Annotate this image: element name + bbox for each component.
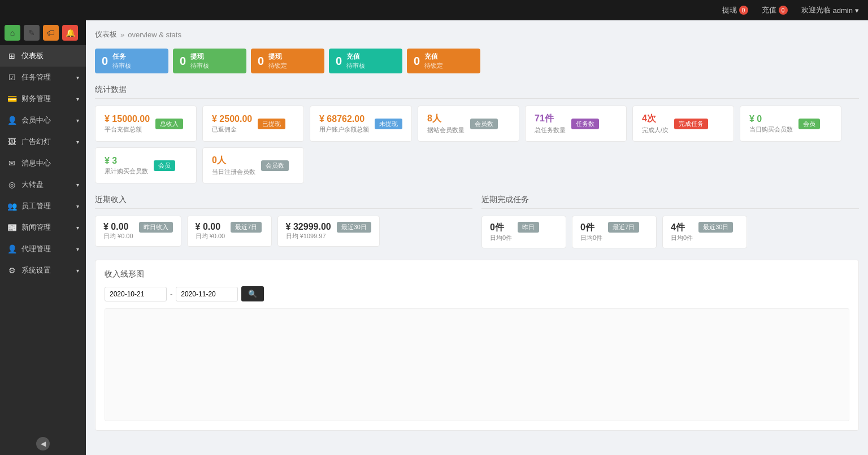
wheel-icon: ◎ <box>7 180 17 189</box>
sidebar-label-message: 消息中心 <box>21 158 51 168</box>
stat-wl-title: 提现 <box>268 52 287 62</box>
stat-rr-sub: 待审核 <box>346 62 365 70</box>
income-yesterday-badge: 昨日收入 <box>139 222 173 233</box>
tasks-label: 总任务数量 <box>535 126 566 134</box>
data-item-members: 8人 据站会员数量 会员数 <box>418 106 519 142</box>
sidebar-item-task-manage[interactable]: ☑ 任务管理 ▾ <box>0 67 86 88</box>
stat-task-title: 任务 <box>112 52 131 62</box>
breadcrumb-sep: » <box>120 30 124 39</box>
sidebar-label-agent: 代理管理 <box>21 244 51 254</box>
dmb-val: ¥ 0 <box>749 114 793 124</box>
tasks-7d-badge: 最近7日 <box>608 222 639 233</box>
bell-icon-btn[interactable]: 🔔 <box>62 25 78 41</box>
withdrawn-label: 已返佣金 <box>212 125 252 134</box>
task-icon: ☑ <box>7 73 17 82</box>
sidebar-item-wheel[interactable]: ◎ 大转盘 ▾ <box>0 174 86 195</box>
balance-val: ¥ 68762.00 <box>319 114 369 124</box>
tasks-7d-sub: 日均0件 <box>580 234 602 242</box>
income-7d-val: ¥ 0.00 <box>196 222 225 232</box>
recharge-badge: 0 <box>779 6 788 15</box>
sidebar-item-ad[interactable]: 🖼 广告幻灯 ▾ <box>0 131 86 152</box>
total-income-badge: 总收入 <box>155 119 183 129</box>
data-item-total-member-buy: ¥ 3 累计购买会员数 会员 <box>95 147 197 183</box>
sidebar-item-dashboard[interactable]: ⊞ 仪表板 <box>0 45 86 67</box>
data-item-daily-register: 0人 当日注册会员数 会员数 <box>202 147 304 183</box>
tasks-30d-badge: 最近30日 <box>698 222 733 233</box>
recent-tasks-col: 近期完成任务 0件 日均0件 昨日 0件 日均0件 <box>481 195 859 248</box>
stat-task-sub: 待审核 <box>112 62 131 70</box>
recent-tasks-title: 近期完成任务 <box>481 195 859 209</box>
chevron-down-icon: ▾ <box>855 6 859 15</box>
data-item-withdrawn: ¥ 2500.00 已返佣金 已提现 <box>202 106 304 142</box>
dashboard-icon: ⊞ <box>7 51 17 60</box>
income-7d-sub: 日均 ¥0.00 <box>196 232 225 240</box>
chevron-icon: ▾ <box>76 75 79 81</box>
chart-title: 收入线形图 <box>105 269 849 279</box>
sidebar-label-finance: 财务管理 <box>21 94 51 104</box>
staff-icon: 👥 <box>7 202 17 211</box>
breadcrumb-home: 仪表板 <box>95 29 117 40</box>
stat-wr-num: 0 <box>180 55 186 68</box>
welcome-text: 欢迎光临 <box>801 5 831 15</box>
sidebar-collapse-button[interactable]: ◀ <box>36 437 50 450</box>
sidebar-item-settings[interactable]: ⚙ 系统设置 ▾ <box>0 260 86 281</box>
tasks-7d-val: 0件 <box>580 222 602 234</box>
user-menu[interactable]: 欢迎光临 admin ▾ <box>801 5 859 15</box>
stat-rr-title: 充值 <box>346 52 365 62</box>
recent-income-col: 近期收入 ¥ 0.00 日均 ¥0.00 昨日收入 ¥ 0.00 日均 ¥0.0… <box>95 195 472 248</box>
stat-wr-title: 提现 <box>190 52 209 62</box>
sidebar-label-staff: 员工管理 <box>21 201 51 211</box>
stat-card-withdraw-review: 0 提现 待审核 <box>173 49 246 73</box>
income-yesterday-val: ¥ 0.00 <box>103 222 133 232</box>
tag-icon-btn[interactable]: 🏷 <box>43 25 59 41</box>
recharge-btn[interactable]: 充值 0 <box>762 5 788 15</box>
sidebar-label-task: 任务管理 <box>21 72 51 82</box>
stat-wl-num: 0 <box>258 55 264 68</box>
data-item-total-income: ¥ 15000.00 平台充值总额 总收入 <box>95 106 197 142</box>
sidebar-item-agent[interactable]: 👤 代理管理 ▾ <box>0 238 86 260</box>
sidebar: ⌂ ✎ 🏷 🔔 ⊞ 仪表板 ☑ 任务管理 ▾ 💳 财务管理 ▾ 👤 会员中心 <box>0 20 86 455</box>
chart-section: 收入线形图 - 🔍 <box>95 260 859 431</box>
income-7days: ¥ 0.00 日均 ¥0.00 最近7日 <box>187 216 272 247</box>
stat-cards-row: 0 任务 待审核 0 提现 待审核 0 提现 待锁定 <box>95 49 859 73</box>
completed-val: 4次 <box>642 113 669 125</box>
sidebar-item-member[interactable]: 👤 会员中心 ▾ <box>0 110 86 131</box>
chevron-icon: ▾ <box>76 268 79 274</box>
withdrawn-val: ¥ 2500.00 <box>212 114 252 124</box>
sidebar-item-message[interactable]: ✉ 消息中心 <box>0 152 86 174</box>
news-icon: 📰 <box>7 223 17 232</box>
recent-income-items: ¥ 0.00 日均 ¥0.00 昨日收入 ¥ 0.00 日均 ¥0.00 最近7… <box>95 216 472 247</box>
sidebar-item-staff[interactable]: 👥 员工管理 ▾ <box>0 195 86 217</box>
tmb-val: ¥ 3 <box>105 156 148 166</box>
recent-income-title: 近期收入 <box>95 195 472 209</box>
breadcrumb: 仪表板 » overview & stats <box>95 29 859 40</box>
sidebar-item-news[interactable]: 📰 新闻管理 ▾ <box>0 217 86 238</box>
tasks-yesterday-badge: 昨日 <box>518 222 539 233</box>
chevron-icon: ▾ <box>76 117 79 124</box>
chart-search-button[interactable]: 🔍 <box>241 286 264 301</box>
dr-badge: 会员数 <box>261 160 289 171</box>
balance-label: 用户账户余额总额 <box>319 125 369 134</box>
date-separator: - <box>170 290 172 298</box>
income-30days: ¥ 32999.00 日均 ¥1099.97 最近30日 <box>277 216 380 247</box>
sidebar-label-wheel: 大转盘 <box>21 180 44 190</box>
breadcrumb-current: overview & stats <box>128 30 181 39</box>
withdraw-btn[interactable]: 提现 0 <box>722 5 748 15</box>
stat-task-info: 任务 待审核 <box>112 52 131 70</box>
tasks-yesterday-sub: 日均0件 <box>490 234 512 242</box>
date-from-input[interactable] <box>105 287 167 301</box>
admin-name: admin <box>833 6 853 15</box>
main-content: 仪表板 » overview & stats 0 任务 待审核 0 提现 待审核 <box>86 20 868 455</box>
tasks-7days: 0件 日均0件 最近7日 <box>572 216 657 248</box>
stat-task-num: 0 <box>102 55 108 68</box>
tmb-label: 累计购买会员数 <box>105 167 148 176</box>
balance-badge: 未提现 <box>375 119 402 129</box>
income-yesterday-sub: 日均 ¥0.00 <box>103 232 133 240</box>
date-to-input[interactable] <box>176 287 238 301</box>
home-icon-btn[interactable]: ⌂ <box>5 25 20 41</box>
edit-icon-btn[interactable]: ✎ <box>24 25 40 41</box>
data-items-grid: ¥ 15000.00 平台充值总额 总收入 ¥ 2500.00 已返佣金 已提现… <box>95 106 859 183</box>
completed-badge: 完成任务 <box>674 119 708 129</box>
total-income-val: ¥ 15000.00 <box>105 114 150 124</box>
sidebar-item-finance[interactable]: 💳 财务管理 ▾ <box>0 88 86 110</box>
